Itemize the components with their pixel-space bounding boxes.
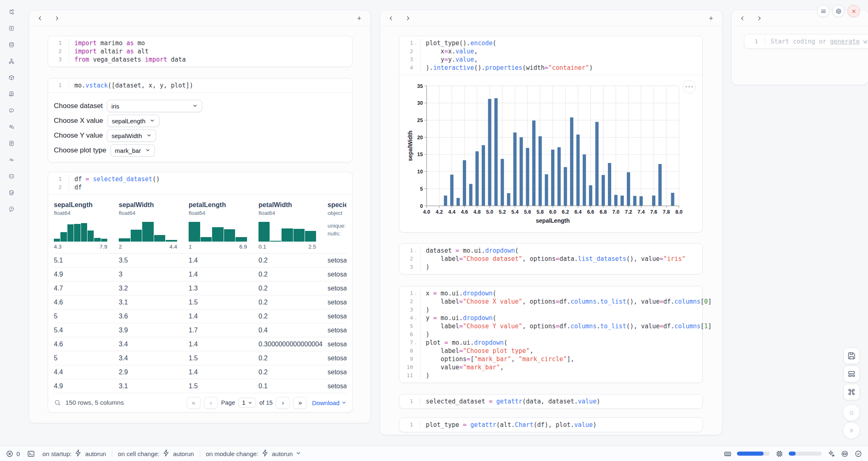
chart-menu-icon[interactable] xyxy=(683,80,696,93)
chevron-right-icon[interactable] xyxy=(402,13,413,23)
sidebar-file-tree-icon[interactable] xyxy=(6,7,17,17)
stop-icon[interactable] xyxy=(843,404,860,421)
column-header-sepalLength[interactable]: sepalLengthfloat644.37.9 xyxy=(54,198,119,250)
code-line: 1mo.vstack([dataset, x, y, plot]) xyxy=(48,81,352,90)
cpu-usage[interactable] xyxy=(776,450,822,458)
code-editor[interactable]: 1selected_dataset = getattr(data, datase… xyxy=(399,394,702,408)
column-header-petalLength[interactable]: petalLengthfloat6416.9 xyxy=(189,198,259,250)
sidebar-dependency-graph-icon[interactable] xyxy=(6,56,17,67)
memory-usage[interactable] xyxy=(724,450,770,458)
autorun-setting[interactable]: on startup:autorun xyxy=(42,449,106,458)
cell-selected-dataset[interactable]: 1selected_dataset = getattr(data, datase… xyxy=(399,394,703,409)
cpu-meter xyxy=(789,452,822,456)
sidebar-ai-chat-icon[interactable] xyxy=(6,105,17,116)
sidebar-documentation-icon[interactable] xyxy=(6,138,17,149)
code-editor[interactable]: 1import marimo as mo2import altair as al… xyxy=(48,36,352,67)
table-cell: 1.4 xyxy=(189,257,259,264)
cell-xy-plot-dropdowns[interactable]: 1⌄x = mo.ui.dropdown(2 label="Choose X v… xyxy=(399,286,703,383)
bar-chart[interactable]: 4.04.24.44.64.85.05.25.45.65.86.06.26.46… xyxy=(407,81,683,226)
column-header-sepalWidth[interactable]: sepalWidthfloat6424.4 xyxy=(119,198,189,250)
run-icon[interactable] xyxy=(843,422,860,439)
error-circle-x-icon xyxy=(6,450,14,458)
dropdown-choose-plot-type[interactable]: mark_bar xyxy=(111,144,155,157)
column-header-species[interactable]: speciesobjectunique:nulls: xyxy=(328,198,346,250)
sidebar-database-icon[interactable] xyxy=(6,39,17,50)
add-cell-icon[interactable] xyxy=(706,13,716,23)
settings-gear-icon[interactable] xyxy=(832,5,845,17)
cell-dataset-dropdown[interactable]: 1⌄dataset = mo.ui.dropdown(2 label="Choo… xyxy=(399,243,703,274)
chevron-left-icon[interactable] xyxy=(386,13,397,23)
cell-plot-type[interactable]: 1plot_type = getattr(alt.Chart(df), plot… xyxy=(399,417,703,432)
autorun-setting[interactable]: on cell change:autorun xyxy=(118,449,194,458)
sidebar-scratchpad-icon[interactable] xyxy=(6,187,17,198)
chevron-right-icon[interactable] xyxy=(51,13,62,23)
shutdown-close-icon[interactable] xyxy=(847,5,860,17)
cell-output-chart[interactable]: 4.04.24.44.64.85.05.25.45.65.86.06.26.46… xyxy=(399,75,702,232)
cell-imports[interactable]: 1import marimo as mo2import altair as al… xyxy=(48,36,353,67)
previous-page-button[interactable]: ‹ xyxy=(204,397,218,409)
sidebar-functions-icon[interactable] xyxy=(6,23,17,34)
dropdown-choose-y-value[interactable]: sepalWidth xyxy=(107,129,156,142)
search-icon[interactable] xyxy=(54,399,61,406)
code-line: 5 label="Choose Y value", options=df.col… xyxy=(399,322,702,330)
table-row[interactable]: 5.43.91.70.4setosa xyxy=(54,323,346,337)
page-select[interactable]: 1 xyxy=(238,398,256,408)
column-dtype: float64 xyxy=(189,210,247,216)
connection-check-icon[interactable] xyxy=(854,450,862,458)
dropdown-choose-x-value[interactable]: sepalLength xyxy=(107,115,159,127)
error-count[interactable]: 0 xyxy=(6,450,20,458)
cell-vstack[interactable]: 1mo.vstack([dataset, x, y, plot]) Choose… xyxy=(48,78,353,162)
table-row[interactable]: 4.73.21.30.2setosa xyxy=(54,281,346,295)
code-editor[interactable]: 1df = selected_dataset()2df xyxy=(48,172,352,194)
code-editor[interactable]: 1 Start coding or generate with xyxy=(744,35,868,48)
code-editor[interactable]: 1⌄plot_type().encode(2 x=x.value,3 y=y.v… xyxy=(399,36,702,75)
cell-altair-chart[interactable]: 1⌄plot_type().encode(2 x=x.value,3 y=y.v… xyxy=(399,36,703,233)
generate-link[interactable]: generate xyxy=(830,38,860,45)
code-editor[interactable]: 1plot_type = getattr(alt.Chart(df), plot… xyxy=(399,418,702,432)
table-row[interactable]: 4.42.91.40.2setosa xyxy=(54,365,346,379)
line-number: 1 xyxy=(410,397,413,406)
layout-icon[interactable] xyxy=(843,366,860,382)
first-page-button[interactable]: « xyxy=(187,397,201,409)
chevron-left-icon[interactable] xyxy=(737,13,748,23)
table-row[interactable]: 4.63.11.50.2setosa xyxy=(54,295,346,309)
download-button[interactable]: Download xyxy=(312,399,346,406)
table-row[interactable]: 4.931.40.2setosa xyxy=(54,267,346,281)
table-row[interactable]: 53.41.50.2setosa xyxy=(54,351,346,365)
chart-bar xyxy=(583,154,586,206)
code-editor[interactable]: 1⌄dataset = mo.ui.dropdown(2 label="Choo… xyxy=(399,244,702,274)
sidebar-outline-search-icon[interactable] xyxy=(6,122,17,132)
line-number: 1 xyxy=(58,175,62,183)
table-row[interactable]: 53.61.40.2setosa xyxy=(54,309,346,323)
sidebar-help-icon[interactable] xyxy=(6,204,17,214)
menu-icon[interactable] xyxy=(817,5,829,17)
keyboard-shortcuts-icon[interactable] xyxy=(843,384,860,400)
code-editor[interactable]: 1mo.vstack([dataset, x, y, plot]) xyxy=(48,78,352,92)
code-editor[interactable]: 1⌄x = mo.ui.dropdown(2 label="Choose X v… xyxy=(399,286,702,383)
column-header-petalWidth[interactable]: petalWidthfloat640.12.5 xyxy=(259,198,328,250)
ai-sparkles-icon[interactable] xyxy=(827,450,835,458)
add-cell-icon[interactable] xyxy=(354,13,365,23)
sidebar-tracing-icon[interactable] xyxy=(6,154,17,165)
table-row[interactable]: 4.63.41.40.3000000000000004setosa xyxy=(54,337,346,351)
sidebar-package-icon[interactable] xyxy=(6,72,17,83)
svg-text:35: 35 xyxy=(417,83,423,89)
dropdown-choose-dataset[interactable]: iris xyxy=(107,100,202,112)
sidebar-snippets-icon[interactable] xyxy=(6,171,17,182)
cell-empty[interactable]: 1 Start coding or generate with xyxy=(744,34,868,49)
chevron-left-icon[interactable] xyxy=(35,13,46,23)
save-icon[interactable] xyxy=(843,348,860,364)
copilot-icon[interactable] xyxy=(841,450,849,458)
table-cell: 3 xyxy=(119,271,189,278)
last-page-button[interactable]: » xyxy=(293,397,307,409)
sidebar-logs-icon[interactable] xyxy=(6,89,17,99)
table-row[interactable]: 5.13.51.40.2setosa xyxy=(54,254,346,267)
autorun-setting[interactable]: on module change:autorun xyxy=(206,449,301,458)
cell-dataframe[interactable]: 1df = selected_dataset()2df sepalLengthf… xyxy=(48,172,353,413)
table-cell: setosa xyxy=(328,369,346,376)
next-page-button[interactable]: › xyxy=(276,397,290,409)
terminal-button[interactable] xyxy=(27,450,35,458)
chevron-right-icon[interactable] xyxy=(754,13,764,23)
page-count-label: of 15 xyxy=(259,399,272,406)
table-row[interactable]: 4.93.11.50.1setosa xyxy=(54,379,346,393)
